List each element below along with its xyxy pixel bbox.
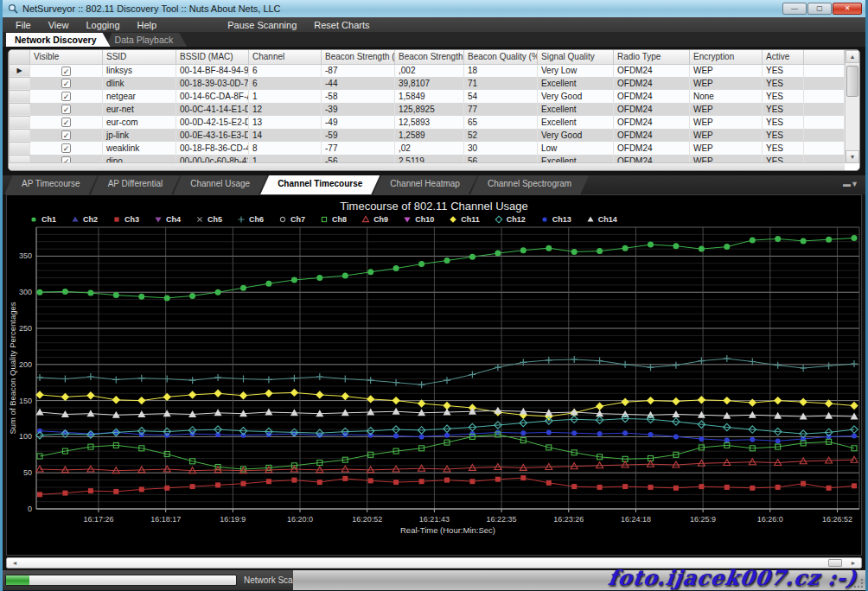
collapse-chart-icon[interactable]: ▬▼ bbox=[843, 180, 858, 188]
svg-text:16:25:9: 16:25:9 bbox=[690, 515, 716, 524]
row-header-column bbox=[10, 50, 30, 64]
column-header[interactable]: BSSID (MAC) bbox=[176, 50, 249, 64]
svg-text:16:26:0: 16:26:0 bbox=[757, 515, 783, 524]
main-tab-network-discovery[interactable]: Network Discovery bbox=[6, 33, 111, 47]
visible-checkbox[interactable]: ✓ bbox=[61, 92, 71, 101]
table-cell-filler bbox=[803, 77, 845, 90]
column-header[interactable]: Active bbox=[763, 50, 804, 64]
table-row[interactable]: ✓netgear00-14-6C-DA-8F-A81-581,584954Ver… bbox=[10, 90, 845, 103]
table-cell: Very Low bbox=[538, 64, 614, 77]
legend-item-ch6: Ch6 bbox=[237, 215, 264, 224]
visible-checkbox[interactable]: ✓ bbox=[61, 105, 71, 114]
legend-marker-icon bbox=[495, 215, 503, 224]
legend-marker-icon bbox=[154, 215, 163, 224]
visible-checkbox[interactable]: ✓ bbox=[61, 130, 71, 140]
main-tab-data-playback[interactable]: Data Playback bbox=[106, 33, 188, 47]
table-row[interactable]: ✓dlink00-18-39-03-0D-7B6-4439,810771Exce… bbox=[10, 77, 845, 90]
legend-marker-icon bbox=[278, 215, 287, 224]
legend-marker-icon bbox=[449, 215, 457, 224]
table-cell: 6 bbox=[249, 77, 322, 90]
table-cell: OFDM24 bbox=[614, 103, 690, 116]
column-header[interactable]: Radio Type bbox=[614, 50, 690, 64]
legend-label: Ch7 bbox=[290, 215, 305, 224]
table-cell: WEP bbox=[690, 64, 763, 77]
menu-item-file[interactable]: File bbox=[8, 19, 39, 31]
column-header[interactable]: Beacon Strength (m... bbox=[395, 50, 464, 64]
scroll-down-arrow[interactable]: ▼ bbox=[846, 150, 859, 163]
legend-label: Ch14 bbox=[598, 215, 617, 224]
legend-label: Ch8 bbox=[332, 215, 347, 224]
legend-label: Ch2 bbox=[83, 215, 98, 224]
minimize-button[interactable]: — bbox=[782, 3, 807, 15]
table-cell: YES bbox=[763, 103, 804, 116]
table-cell: 1 bbox=[249, 90, 322, 103]
table-horizontal-scrollbar[interactable] bbox=[9, 162, 845, 170]
column-filler bbox=[803, 50, 845, 64]
table-row[interactable]: ▶✓linksys00-14-BF-84-94-926-87,00218Very… bbox=[10, 64, 845, 77]
table-cell: Low bbox=[538, 142, 614, 155]
table-cell: Very Good bbox=[538, 129, 614, 142]
column-header[interactable]: Channel bbox=[249, 50, 322, 64]
table-cell: OFDM24 bbox=[614, 142, 690, 155]
chart-tab-channel-spectrogram[interactable]: Channel Spectrogram bbox=[470, 175, 589, 194]
table-row[interactable]: ✓jp-link00-0E-43-16-E3-D714-591,258952Ve… bbox=[10, 129, 845, 142]
row-selector[interactable] bbox=[10, 90, 30, 103]
table-cell: netgear bbox=[103, 90, 176, 103]
row-selector[interactable] bbox=[10, 103, 30, 116]
chart-tab-channel-timecourse[interactable]: Channel Timecourse bbox=[260, 175, 380, 194]
menu-item-help[interactable]: Help bbox=[130, 19, 165, 31]
legend-marker-icon bbox=[586, 215, 595, 224]
legend-label: Ch10 bbox=[415, 215, 434, 224]
visible-checkbox[interactable]: ✓ bbox=[61, 118, 71, 127]
row-selector[interactable] bbox=[10, 77, 30, 90]
table-cell: Excellent bbox=[538, 116, 614, 129]
menu-item-view[interactable]: View bbox=[41, 19, 77, 31]
table-cell: 00-14-BF-84-94-92 bbox=[176, 64, 249, 77]
scroll-thumb[interactable] bbox=[846, 66, 858, 97]
scroll-up-arrow[interactable]: ▲ bbox=[846, 50, 859, 63]
row-selector[interactable] bbox=[10, 142, 30, 155]
table-cell: YES bbox=[763, 77, 804, 90]
legend-marker-icon bbox=[71, 215, 80, 224]
table-cell: YES bbox=[763, 116, 804, 129]
table-cell: WEP bbox=[690, 103, 763, 116]
visible-checkbox[interactable]: ✓ bbox=[61, 143, 71, 153]
svg-text:16:24:18: 16:24:18 bbox=[621, 515, 651, 524]
chart-tab-channel-usage[interactable]: Channel Usage bbox=[173, 175, 267, 194]
row-selector[interactable] bbox=[10, 116, 30, 129]
menu-action-reset-charts[interactable]: Reset Charts bbox=[306, 19, 377, 31]
column-header[interactable]: Signal Quality bbox=[538, 50, 614, 64]
legend-item-ch2: Ch2 bbox=[71, 215, 98, 224]
column-header[interactable]: Beacon Strength (d... bbox=[322, 50, 395, 64]
menu-item-logging[interactable]: Logging bbox=[78, 19, 127, 31]
visible-checkbox[interactable]: ✓ bbox=[61, 79, 71, 88]
legend-label: Ch11 bbox=[461, 215, 480, 224]
column-header[interactable]: SSID bbox=[103, 50, 176, 64]
menu-action-pause-scanning[interactable]: Pause Scanning bbox=[220, 19, 304, 31]
svg-text:16:20:0: 16:20:0 bbox=[287, 515, 313, 524]
column-header[interactable]: Beacon Quality (%) bbox=[464, 50, 538, 64]
legend-marker-icon bbox=[361, 215, 370, 224]
table-cell: 1,5849 bbox=[395, 90, 464, 103]
table-cell-filler bbox=[803, 64, 845, 77]
table-cell: WEP bbox=[690, 77, 763, 90]
table-row[interactable]: ✓weaklink00-18-F8-36-CD-438-77,0230LowOF… bbox=[10, 142, 845, 155]
maximize-button[interactable]: ▢ bbox=[807, 3, 832, 15]
column-header[interactable]: Encryption bbox=[690, 50, 763, 64]
row-selector[interactable] bbox=[10, 129, 30, 142]
row-selector[interactable]: ▶ bbox=[10, 64, 30, 77]
visible-checkbox[interactable]: ✓ bbox=[61, 67, 71, 76]
table-cell-filler bbox=[803, 116, 845, 129]
chart-tab-channel-heatmap[interactable]: Channel Heatmap bbox=[373, 175, 477, 194]
watermark-text: foto.ijacek007.cz :-) bbox=[607, 565, 859, 590]
table-row[interactable]: ✓eur-net00-0C-41-14-E1-D512-39125,892577… bbox=[10, 103, 845, 116]
table-row[interactable]: ✓eur-com00-0D-42-15-E2-D613-4912,589365E… bbox=[10, 116, 845, 129]
table-cell: OFDM24 bbox=[614, 116, 690, 129]
chart-tab-ap-timecourse[interactable]: AP Timecourse bbox=[4, 175, 98, 194]
chart-tab-ap-differential[interactable]: AP Differential bbox=[91, 175, 181, 194]
scroll-left-arrow[interactable]: ◄ bbox=[9, 559, 21, 567]
visible-cell: ✓ bbox=[30, 142, 103, 155]
column-header[interactable]: Visible bbox=[30, 50, 103, 64]
close-button[interactable]: ✕ bbox=[833, 3, 862, 15]
table-cell: YES bbox=[763, 90, 804, 103]
